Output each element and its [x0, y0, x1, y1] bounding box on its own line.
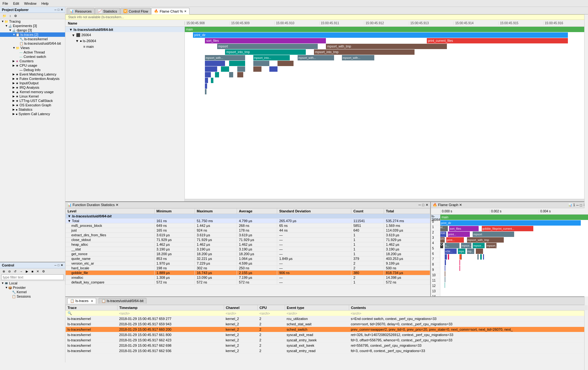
fg-bar-r7-6[interactable] [480, 254, 482, 260]
project-explorer-close[interactable]: ✕ [61, 8, 63, 11]
fg-bar-r6-1[interactable]: xStr... [445, 249, 457, 254]
fg-bar-r6-2[interactable]: mps... [458, 249, 465, 254]
tree-item-cpu-usage[interactable]: ▶ ★ CPU usage [0, 63, 65, 68]
main-v-scrollbar[interactable] [584, 14, 588, 201]
stats-row-10[interactable]: hard_locale198 ns302 ns250 ns—2500 ns [66, 266, 430, 271]
menu-window[interactable]: Window [24, 2, 36, 5]
stats-close[interactable]: ✕ [426, 203, 428, 207]
tab-statistics[interactable]: 📈 Statistics [95, 8, 120, 14]
control-maximize[interactable]: □ [58, 264, 59, 267]
ctrl-btn-4[interactable]: → [18, 269, 24, 274]
stats-row-11[interactable]: gobble_file1.889 µs16.743 µs2.155 µs906 … [66, 271, 430, 275]
ctrl-btn-1[interactable]: ⊕ [1, 269, 6, 274]
fg-bar-r7-4[interactable] [461, 254, 462, 260]
provider-expand[interactable]: ▼ [5, 286, 8, 289]
stats-row-0[interactable]: ▼ Total161 ns51.750 ms4.799 µs265.470 µs… [66, 219, 430, 223]
tree-item-linux-kernel[interactable]: ▶ ★ Linux Kernel [0, 94, 65, 98]
os-expand[interactable]: ▶ [13, 104, 16, 107]
menu-help[interactable]: Help [41, 2, 49, 5]
flame-bar-tiny-2[interactable] [221, 66, 229, 72]
flame-tree-main[interactable]: ≡ main [65, 44, 184, 49]
fg-toolbar-3[interactable]: ─ [576, 203, 579, 207]
trace-row-0[interactable]: ls-traces/kernel2018-01-29 15:00:45.917 … [66, 316, 588, 322]
fg-bar-r5-2[interactable]: c... [445, 243, 459, 248]
tree-item-debug-info[interactable]: — Debug Info [0, 68, 65, 72]
ls-traces-expand[interactable]: ▼ [13, 33, 16, 36]
fg-bar-print-dir[interactable]: print_dir [440, 220, 581, 226]
experiments-expand[interactable]: ▼ [5, 24, 8, 27]
flame-bar-small-4[interactable] [278, 61, 294, 66]
flame-bar-mpsort-into-tmp[interactable]: mpsort_into_tmp [225, 49, 306, 55]
tree-item-experiments[interactable]: ▼ 🔬 Experiments [3] [0, 24, 65, 28]
event-expand[interactable]: ▶ [13, 73, 16, 76]
tree-item-statistics[interactable]: ▶ ● Statistics [0, 107, 65, 112]
trace-row-4[interactable]: ls-traces/kernel2018-01-29 15:00:45.917 … [66, 338, 588, 343]
tree-item-views[interactable]: ▼ 📁 Views [0, 46, 65, 50]
flame-bar-tiny-5[interactable] [269, 66, 278, 72]
tree-item-os-execution[interactable]: ▶ ★ OS Execution Graph [0, 103, 65, 107]
flame-bar-small-2[interactable] [229, 61, 245, 66]
flame-bar-mpsort[interactable]: mpsort [217, 44, 318, 49]
local-expand[interactable]: ▼ [1, 282, 4, 285]
lk-expand[interactable]: ▶ [13, 95, 16, 98]
ctrl-btn-6[interactable]: ■ [30, 269, 35, 274]
menu-file[interactable]: File [3, 2, 8, 5]
stats-row-6[interactable]: __stat3.190 µs3.190 µs3.190 µs—13.190 µs [66, 247, 430, 252]
stats-row-4[interactable]: close_stdout71.929 µs71.929 µs71.929 µs—… [66, 238, 430, 242]
fg-bar-mpsor[interactable]: mpsor... [461, 243, 471, 248]
flame-bar-tiny-4[interactable] [253, 66, 261, 72]
fg-bar-r4-1[interactable]: xm... [440, 237, 445, 243]
settings-btn[interactable]: ⚙ [13, 14, 18, 18]
fg-viz[interactable]: main print_dir nl... sort_files gobble_f… [440, 215, 588, 296]
control-minimize[interactable]: ─ [54, 264, 56, 267]
fg-r11-1[interactable] [445, 277, 445, 282]
tree-item-lttng-ust[interactable]: ▶ ★ LTTng-UST CallStack [0, 98, 65, 103]
tree-item-active-thread[interactable]: — Active Thread [0, 50, 65, 54]
ctrl-tree-local[interactable]: ▼ 💻 Local [0, 281, 65, 285]
futex-expand[interactable]: ▶ [13, 77, 16, 80]
fg-r9-1[interactable] [445, 266, 445, 271]
flame-h-scrollbar[interactable] [185, 199, 588, 201]
fg-bar-r7-2[interactable] [448, 254, 449, 260]
cpu-expand[interactable]: ▶ [13, 64, 16, 67]
tree-item-django[interactable]: ▼ 🔬 django [3] [0, 28, 65, 32]
flame-bar-ms3[interactable]: mpsort_with... [298, 55, 334, 60]
flame-bar-d1[interactable] [205, 72, 211, 77]
flame-bar-small-1[interactable] [205, 61, 225, 66]
syscall-expand[interactable]: ▶ [13, 112, 16, 115]
flame-bar-tiny-1[interactable] [205, 66, 217, 72]
tree-item-counters[interactable]: ▶ ★ Counters [0, 59, 65, 63]
ctrl-tree-provider[interactable]: ▼ 📦 Provider [0, 285, 65, 290]
control-close[interactable]: ✕ [61, 264, 63, 267]
stats-row-8[interactable]: quote_name853 ns32.221 µs1.064 µs1.849 µ… [66, 256, 430, 261]
tab-flame-chart[interactable]: 🔥 Flame Chart % ✕ [151, 8, 189, 14]
fg-toolbar-1[interactable]: 📊 [568, 203, 572, 207]
stats-row-3[interactable]: extract_dirs_from_files3.619 µs3.619 µs3… [66, 233, 430, 238]
ctrl-btn-5[interactable]: ▶ [25, 269, 30, 274]
fg-bar-mpsort-wi[interactable]: mpsort_wi... [486, 243, 497, 248]
flame-tree-ls26064[interactable]: ▼ ● ls-26064 [65, 38, 184, 44]
flame-bar-d4[interactable] [237, 72, 243, 77]
fg-bar-main[interactable]: main [440, 215, 588, 220]
fg-bar-mpso2[interactable]: mpsor... [473, 243, 485, 248]
flame-bar-print-current-files[interactable]: print_current_files [427, 38, 568, 43]
fg-bar-r7-5[interactable] [477, 254, 479, 260]
stats-row-1[interactable]: md5_process_block649 ns1.442 µs268 ns65 … [66, 223, 430, 228]
tree-item-irq[interactable]: ▶ ★ IRQ Analysis [0, 85, 65, 90]
django-expand[interactable]: ▼ [9, 29, 12, 32]
collapse-all-btn[interactable]: ↕ [8, 14, 12, 18]
flame-bar-mpsort-with-tmp[interactable]: mpsort_with_tmp [326, 44, 447, 49]
tree-item-tracing[interactable]: ▼ 📁 Tracing [0, 19, 65, 24]
fg-r9-2[interactable] [459, 266, 460, 271]
flame-bar-ms4[interactable]: mpsort_with... [342, 55, 374, 60]
tree-item-futex[interactable]: ▶ ★ Futex Contention Analysis [0, 76, 65, 81]
ctrl-btn-8[interactable]: ⚙ [41, 269, 46, 274]
stats-maximize[interactable]: □ [422, 203, 424, 207]
fg-bar-r5-1[interactable]: Qu... [440, 243, 443, 248]
flame-bar-tiny-3[interactable] [237, 66, 245, 72]
irq-expand[interactable]: ▶ [13, 86, 16, 89]
flame-bar-e1[interactable] [205, 78, 208, 83]
flame-bar-ms2[interactable]: mpsort_into... [253, 55, 289, 60]
fg-bar-r3-2[interactable]: print... [448, 232, 470, 237]
counters-expand[interactable]: ▶ [13, 59, 16, 63]
